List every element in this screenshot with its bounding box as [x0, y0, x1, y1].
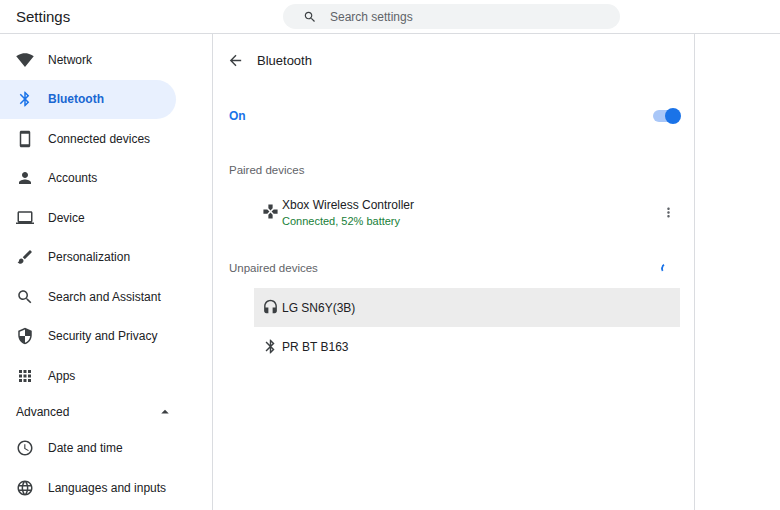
paired-devices-heading: Paired devices	[213, 164, 694, 176]
device-name: Xbox Wireless Controller	[282, 198, 414, 212]
top-bar: Settings	[0, 0, 780, 34]
sidebar-item-label: Search and Assistant	[48, 290, 161, 304]
sidebar-item-label: Security and Privacy	[48, 329, 157, 343]
headphones-icon	[262, 299, 279, 316]
paired-device-row[interactable]: Xbox Wireless ControllerConnected, 52% b…	[254, 188, 680, 236]
sidebar-item-connected-devices[interactable]: Connected devices	[0, 119, 212, 159]
brush-icon	[16, 248, 34, 266]
toggle-state-label: On	[229, 109, 246, 123]
right-spacer	[695, 34, 780, 510]
page-body: NetworkBluetoothConnected devicesAccount…	[0, 34, 780, 510]
toggle-knob	[665, 108, 681, 124]
device-info: Xbox Wireless ControllerConnected, 52% b…	[282, 198, 414, 227]
sidebar: NetworkBluetoothConnected devicesAccount…	[0, 34, 213, 510]
advanced-label: Advanced	[16, 405, 69, 419]
unpaired-device-row[interactable]: PR BT B163	[254, 327, 680, 366]
search-icon	[16, 288, 34, 306]
sidebar-advanced-toggle[interactable]: Advanced	[0, 396, 212, 429]
sidebar-item-label: Date and time	[48, 441, 123, 455]
device-icon-wrap	[262, 338, 282, 356]
unpaired-device-row[interactable]: LG SN6Y(3B)	[254, 288, 680, 327]
sidebar-item-label: Device	[48, 211, 85, 225]
sidebar-item-label: Accounts	[48, 171, 97, 185]
sidebar-item-device[interactable]: Device	[0, 198, 212, 238]
page-header: Bluetooth	[213, 50, 694, 70]
sidebar-item-label: Connected devices	[48, 132, 150, 146]
sidebar-item-label: Apps	[48, 369, 75, 383]
globe-icon	[16, 479, 34, 497]
sidebar-item-label: Languages and inputs	[48, 481, 166, 495]
search-bar[interactable]	[283, 4, 620, 29]
sidebar-item-label: Network	[48, 53, 92, 67]
gamepad-icon	[262, 203, 279, 220]
bluetooth-toggle[interactable]	[653, 108, 681, 124]
smartphone-icon	[16, 130, 34, 148]
search-input[interactable]	[330, 10, 580, 24]
page-title: Bluetooth	[257, 53, 312, 68]
wifi-icon	[16, 51, 34, 69]
scanning-spinner-icon	[660, 261, 673, 274]
sidebar-item-search-and-assistant[interactable]: Search and Assistant	[0, 277, 212, 317]
unpaired-devices-list: LG SN6Y(3B)PR BT B163	[213, 288, 694, 366]
sidebar-item-date-and-time[interactable]: Date and time	[0, 429, 212, 469]
back-arrow-icon	[227, 52, 244, 69]
settings-window: Settings NetworkBluetoothConnected devic…	[0, 0, 780, 510]
sidebar-item-network[interactable]: Network	[0, 40, 212, 80]
device-icon-wrap	[262, 203, 282, 221]
sidebar-advanced-list: Date and timeLanguages and inputs	[0, 429, 212, 508]
bluetooth-enable-row: On	[213, 104, 694, 128]
kebab-menu-icon	[661, 205, 676, 220]
sidebar-nav-list: NetworkBluetoothConnected devicesAccount…	[0, 40, 212, 396]
shield-icon	[16, 327, 34, 345]
bluetooth-icon	[262, 338, 279, 355]
device-name: LG SN6Y(3B)	[282, 301, 355, 315]
sidebar-item-label: Personalization	[48, 250, 130, 264]
clock-icon	[16, 439, 34, 457]
device-menu-button[interactable]	[656, 200, 680, 224]
laptop-icon	[16, 209, 34, 227]
sidebar-item-label: Bluetooth	[48, 92, 104, 106]
search-icon	[303, 10, 317, 24]
chevron-up-icon	[156, 403, 174, 421]
bluetooth-icon	[16, 90, 34, 108]
sidebar-item-apps[interactable]: Apps	[0, 356, 212, 396]
device-icon-wrap	[262, 299, 282, 317]
apps-grid-icon	[16, 367, 34, 385]
device-name: PR BT B163	[282, 340, 348, 354]
unpaired-devices-header: Unpaired devices	[213, 260, 694, 276]
unpaired-devices-heading: Unpaired devices	[213, 262, 318, 274]
back-button[interactable]	[225, 50, 245, 70]
bluetooth-settings-page: Bluetooth On Paired devices Xbox Wireles…	[213, 34, 695, 510]
person-icon	[16, 169, 34, 187]
sidebar-item-personalization[interactable]: Personalization	[0, 238, 212, 278]
paired-devices-list: Xbox Wireless ControllerConnected, 52% b…	[213, 188, 694, 236]
sidebar-item-languages-and-inputs[interactable]: Languages and inputs	[0, 468, 212, 508]
sidebar-item-bluetooth[interactable]: Bluetooth	[0, 80, 176, 120]
device-status: Connected, 52% battery	[282, 215, 414, 227]
app-title: Settings	[16, 8, 70, 25]
sidebar-item-accounts[interactable]: Accounts	[0, 159, 212, 199]
sidebar-item-security-and-privacy[interactable]: Security and Privacy	[0, 317, 212, 357]
